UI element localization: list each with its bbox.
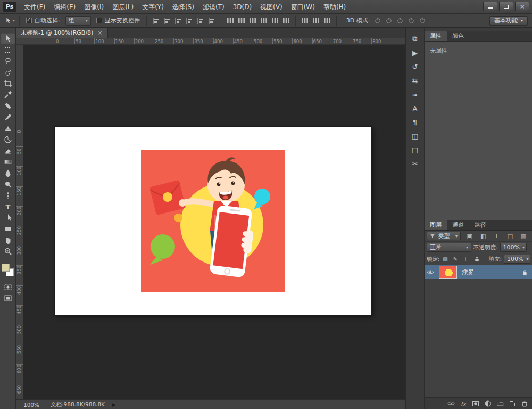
3d-mode-icon[interactable] [406, 17, 416, 25]
align-icon[interactable] [196, 17, 205, 25]
info-icon[interactable]: ▤ [406, 143, 424, 157]
link-layers-icon[interactable] [447, 399, 455, 407]
distribute-icon[interactable] [270, 17, 280, 25]
document-size-info[interactable]: 文档:988.8K/988.8K [51, 401, 105, 408]
maximize-button[interactable] [499, 2, 513, 11]
slice-icon[interactable]: ✂ [406, 157, 424, 170]
menu-item[interactable]: 视图(V) [256, 0, 287, 14]
minimize-button[interactable] [483, 2, 497, 11]
distribute-icon[interactable] [226, 17, 235, 25]
align-icon[interactable] [151, 17, 161, 25]
marquee-tool-icon[interactable] [1, 44, 15, 55]
distribute-icon[interactable] [281, 17, 291, 25]
align-icon[interactable] [207, 17, 217, 25]
distribute-spacing-icon[interactable] [300, 17, 310, 25]
lock-position-icon[interactable]: + [462, 256, 469, 262]
filter-adjustment-layers-icon[interactable]: ◧ [479, 233, 487, 240]
menu-item[interactable]: 窗口(W) [287, 0, 319, 14]
tab-color[interactable]: 颜色 [447, 31, 469, 41]
mini-bridge-icon[interactable]: ⧉ [406, 32, 424, 46]
auto-select-checkbox[interactable]: 自动选择: [26, 17, 60, 24]
document-tab[interactable]: 未标题-1 @ 100%(RGB/8) × [16, 28, 108, 38]
adjustments-icon[interactable]: ⇆ [406, 73, 424, 87]
zoom-tool-icon[interactable] [1, 246, 15, 257]
distribute-icon[interactable] [259, 17, 269, 25]
canvas-viewport[interactable] [23, 45, 405, 399]
new-layer-icon[interactable] [508, 399, 516, 407]
layer-mask-icon[interactable] [471, 399, 479, 407]
brush-tool-icon[interactable] [1, 111, 15, 122]
distribute-spacing-icon[interactable] [322, 17, 332, 25]
lock-transparency-icon[interactable]: ▨ [442, 256, 449, 262]
filter-pixel-layers-icon[interactable]: ▣ [466, 233, 474, 240]
character-icon[interactable]: A [406, 101, 424, 115]
menu-item[interactable]: 图像(I) [80, 0, 108, 14]
filter-smart-objects-icon[interactable]: ▦ [519, 233, 528, 240]
menu-item[interactable]: 帮助(H) [319, 0, 350, 14]
history-brush-tool-icon[interactable] [1, 134, 15, 145]
hand-tool-icon[interactable] [1, 234, 15, 246]
tab-properties[interactable]: 属性 [425, 31, 447, 41]
distribute-icon[interactable] [248, 17, 257, 25]
document-canvas[interactable] [55, 127, 371, 315]
lasso-tool-icon[interactable] [1, 55, 15, 67]
align-icon[interactable] [173, 17, 183, 25]
tab-paths[interactable]: 路径 [469, 220, 492, 230]
lock-all-icon[interactable] [473, 256, 480, 262]
dodge-tool-icon[interactable] [1, 178, 15, 190]
crop-tool-icon[interactable] [1, 78, 15, 89]
3d-mode-icon[interactable] [384, 17, 394, 25]
filter-type-layers-icon[interactable]: T [492, 233, 501, 240]
3d-mode-icon[interactable] [373, 17, 383, 25]
clone-stamp-tool-icon[interactable] [1, 122, 15, 134]
layer-row-background[interactable]: 背景 [425, 265, 532, 279]
quick-mask-icon[interactable] [1, 281, 15, 292]
menu-item[interactable]: 文件(F) [20, 0, 49, 14]
menu-item[interactable]: 编辑(E) [49, 0, 80, 14]
close-button[interactable]: × [515, 2, 529, 11]
adjustment-layer-icon[interactable] [484, 399, 492, 407]
quick-selection-tool-icon[interactable] [1, 67, 15, 78]
workspace-switcher-button[interactable]: 基本功能 ▾ [489, 16, 528, 26]
screen-mode-icon[interactable] [1, 292, 15, 304]
history-icon[interactable]: ↺ [406, 60, 424, 73]
eraser-tool-icon[interactable] [1, 145, 15, 156]
auto-select-scope-dropdown[interactable]: 组 ▾ [65, 16, 91, 26]
color-swatches[interactable] [0, 263, 16, 281]
opacity-dropdown[interactable]: 100% ▾ [500, 243, 527, 252]
foreground-color-swatch[interactable] [2, 264, 10, 272]
tab-close-icon[interactable]: × [97, 29, 102, 36]
gradient-tool-icon[interactable] [1, 156, 15, 167]
blur-tool-icon[interactable] [1, 167, 15, 178]
delete-layer-icon[interactable] [520, 399, 528, 407]
menu-item[interactable]: 文字(Y) [138, 0, 168, 14]
shape-tool-icon[interactable] [1, 223, 15, 234]
layer-name[interactable]: 背景 [461, 268, 473, 276]
layer-style-icon[interactable]: fx [459, 399, 467, 407]
distribute-spacing-icon[interactable] [311, 17, 321, 25]
healing-brush-tool-icon[interactable] [1, 100, 15, 111]
fill-dropdown[interactable]: 100% ▾ [504, 255, 530, 264]
filter-shape-layers-icon[interactable]: □ [506, 233, 514, 240]
3d-mode-icon[interactable] [395, 17, 405, 25]
layer-group-icon[interactable] [496, 399, 504, 407]
tab-channels[interactable]: 通道 [447, 220, 469, 230]
menu-item[interactable]: 3D(D) [229, 0, 256, 14]
distribute-icon[interactable] [237, 17, 246, 25]
path-selection-tool-icon[interactable] [1, 212, 15, 223]
blend-mode-dropdown[interactable]: 正常 ▾ [427, 243, 471, 252]
tab-layers[interactable]: 图层 [425, 220, 447, 230]
type-tool-icon[interactable]: T [1, 201, 15, 212]
status-options-arrow[interactable]: ▶ [112, 402, 116, 407]
menu-item[interactable]: 选择(S) [168, 0, 198, 14]
move-tool-icon[interactable] [1, 33, 15, 44]
3d-mode-icon[interactable] [418, 17, 427, 25]
actions-icon[interactable]: ▶ [406, 46, 424, 60]
show-transform-checkbox[interactable]: 显示变换控件 [96, 17, 140, 24]
align-icon[interactable] [185, 17, 194, 25]
panel-grip[interactable] [4, 30, 12, 31]
paragraph-icon[interactable]: ¶ [406, 115, 424, 129]
lock-pixels-icon[interactable]: ✎ [452, 256, 459, 262]
menu-item[interactable]: 图层(L) [108, 0, 138, 14]
menu-item[interactable]: 滤镜(T) [198, 0, 229, 14]
